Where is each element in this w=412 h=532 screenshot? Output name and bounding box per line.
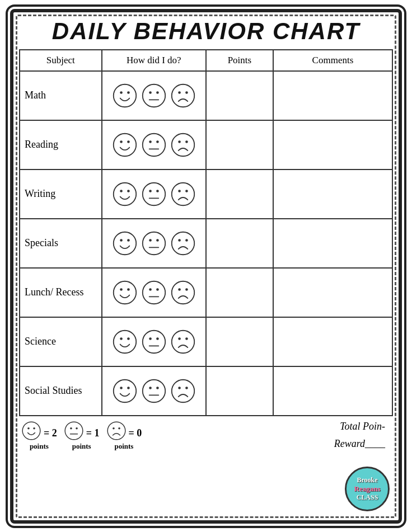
page-container: Daily Behavior Chart Subject How did I d… — [10, 9, 402, 524]
faces-cell — [102, 268, 206, 317]
svg-point-44 — [149, 288, 152, 291]
subject-cell: Specials — [20, 219, 102, 268]
table-row: Writing — [20, 170, 392, 219]
points-cell — [206, 120, 273, 170]
table-row: Math — [20, 71, 392, 120]
subject-cell: Lunch/ Recess — [20, 268, 102, 317]
svg-point-45 — [156, 288, 159, 291]
svg-point-39 — [185, 239, 188, 242]
svg-point-79 — [118, 427, 120, 429]
happy-face-icon — [112, 329, 138, 355]
svg-point-9 — [185, 91, 188, 94]
points-cell — [206, 170, 273, 219]
svg-point-18 — [178, 140, 181, 143]
happy-face-icon — [112, 230, 138, 256]
sad-face-icon — [170, 280, 196, 305]
svg-point-65 — [156, 387, 159, 389]
comments-cell — [273, 170, 392, 219]
subject-cell: Math — [20, 71, 102, 120]
points-cell — [206, 317, 273, 366]
svg-point-73 — [65, 422, 83, 440]
brand-logo: Brooke Reagans CLASS — [345, 467, 390, 511]
equals-neutral: = 1 — [86, 427, 100, 439]
legend-neutral-label: points — [72, 442, 91, 451]
faces-cell — [102, 317, 206, 366]
svg-point-61 — [120, 387, 123, 389]
svg-point-71 — [27, 427, 30, 429]
svg-point-34 — [149, 239, 152, 242]
faces-cell — [102, 71, 206, 120]
svg-point-30 — [114, 232, 136, 254]
svg-point-25 — [156, 190, 159, 192]
svg-point-20 — [114, 182, 136, 205]
svg-point-55 — [156, 337, 159, 340]
svg-point-78 — [113, 427, 115, 429]
svg-point-35 — [156, 239, 159, 242]
svg-point-27 — [172, 182, 194, 205]
happy-face-icon — [112, 132, 138, 158]
comments-cell — [273, 219, 392, 268]
table-row: Science — [20, 317, 392, 366]
header-points: Points — [206, 50, 273, 71]
table-row: Lunch/ Recess — [20, 268, 392, 317]
svg-point-50 — [114, 330, 136, 352]
sad-face-icon — [170, 132, 196, 158]
svg-point-57 — [172, 330, 194, 352]
brand-line1: Brooke — [357, 476, 377, 484]
svg-point-14 — [149, 140, 152, 143]
svg-point-58 — [178, 337, 181, 340]
neutral-face-icon — [141, 181, 167, 207]
happy-face-icon — [112, 280, 138, 305]
svg-point-43 — [143, 281, 165, 303]
svg-point-1 — [120, 91, 123, 94]
neutral-face-icon — [141, 230, 167, 256]
svg-point-64 — [149, 387, 152, 389]
svg-point-54 — [149, 337, 152, 340]
faces-cell — [102, 219, 206, 268]
comments-cell — [273, 268, 392, 317]
neutral-face-icon — [64, 421, 84, 441]
svg-point-59 — [185, 337, 188, 340]
sad-face-icon — [170, 378, 196, 404]
equals-sad: = 0 — [129, 427, 142, 439]
page-title: Daily Behavior Chart — [19, 18, 393, 45]
neutral-face-icon — [141, 378, 167, 404]
svg-point-12 — [127, 140, 130, 143]
subject-cell: Writing — [20, 170, 102, 219]
svg-point-37 — [172, 232, 194, 254]
points-cell — [206, 219, 273, 268]
brand-line3: CLASS — [357, 493, 378, 502]
behavior-chart-table: Subject How did I do? Points Comments Ma… — [19, 49, 393, 416]
faces-cell — [102, 120, 206, 170]
svg-point-70 — [22, 422, 40, 440]
comments-cell — [273, 71, 392, 120]
faces-cell — [102, 366, 206, 416]
svg-point-7 — [172, 84, 194, 106]
svg-point-52 — [127, 337, 130, 340]
legend-happy: = 2 points — [21, 421, 57, 451]
sad-face-icon — [170, 181, 196, 207]
svg-point-29 — [185, 190, 188, 192]
happy-face-icon — [112, 181, 138, 207]
total-section: Total Poin- Reward____ — [334, 421, 391, 455]
reward-label: Reward____ — [334, 438, 385, 450]
happy-face-icon — [112, 378, 138, 404]
legend-neutral: = 1 points — [64, 421, 100, 451]
equals-happy: = 2 — [44, 427, 57, 439]
svg-point-32 — [127, 239, 130, 242]
svg-point-0 — [114, 84, 136, 106]
points-cell — [206, 366, 273, 416]
sad-face-icon — [170, 83, 196, 109]
svg-point-19 — [185, 140, 188, 143]
happy-face-icon — [112, 83, 138, 109]
svg-point-62 — [127, 387, 130, 389]
neutral-face-icon — [141, 280, 167, 305]
svg-point-21 — [120, 190, 123, 192]
subject-cell: Social Studies — [20, 366, 102, 416]
legend-happy-label: points — [30, 442, 49, 451]
svg-point-33 — [143, 232, 165, 254]
svg-point-5 — [156, 91, 159, 94]
svg-point-23 — [143, 182, 165, 205]
neutral-face-icon — [141, 132, 167, 158]
svg-point-48 — [178, 288, 181, 291]
